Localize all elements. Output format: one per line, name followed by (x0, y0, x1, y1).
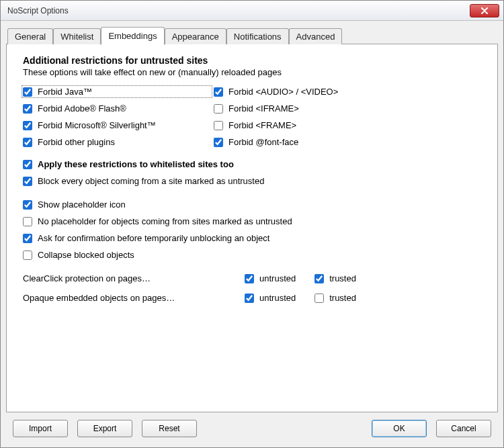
chk-forbid-silverlight-label: Forbid Microsoft® Silverlight™ (38, 120, 156, 130)
chk-opaque-trusted-input[interactable] (314, 294, 324, 303)
chk-forbid-java[interactable]: Forbid Java™ (23, 87, 211, 97)
chk-forbid-other-plugins[interactable]: Forbid other plugins (23, 137, 211, 147)
chk-show-placeholder-input[interactable] (23, 200, 32, 210)
chk-forbid-font-face-label: Forbid @font-face (228, 137, 298, 147)
tab-appearance[interactable]: Appearance (165, 28, 226, 44)
chk-opaque-untrusted-label: untrusted (259, 293, 296, 303)
window-title: NoScript Options (7, 6, 470, 15)
chk-opaque-untrusted-input[interactable] (245, 294, 254, 303)
chk-forbid-frame-label: Forbid <FRAME> (228, 120, 296, 130)
export-button-label: Export (93, 424, 117, 433)
chk-opaque-untrusted[interactable]: untrusted (245, 293, 296, 303)
chk-block-untrusted-input[interactable] (23, 177, 32, 186)
chk-show-placeholder[interactable]: Show placeholder icon (23, 199, 481, 210)
opaque-label: Opaque embedded objects on pages… (23, 293, 224, 303)
tab-general[interactable]: General (7, 28, 53, 44)
chk-apply-whitelisted[interactable]: Apply these restrictions to whitelisted … (23, 159, 481, 169)
options-window: NoScript Options General Whitelist Embed… (0, 0, 504, 448)
chk-collapse-blocked[interactable]: Collapse blocked objects (23, 250, 481, 260)
section-heading: Additional restrictions for untrusted si… (23, 55, 481, 66)
chk-forbid-audio-video[interactable]: Forbid <AUDIO> / <VIDEO> (214, 87, 481, 97)
footer: Import Export Reset OK Cancel (6, 412, 498, 445)
tab-bar: General Whitelist Embeddings Appearance … (6, 26, 498, 44)
tab-whitelist[interactable]: Whitelist (53, 28, 101, 44)
chk-collapse-blocked-input[interactable] (23, 251, 32, 260)
forbid-grid: Forbid Java™ Forbid <AUDIO> / <VIDEO> Fo… (23, 87, 481, 147)
import-button-label: Import (29, 424, 52, 433)
extra-options-stack: Apply these restrictions to whitelisted … (23, 159, 481, 186)
chk-opaque-trusted-label: trusted (329, 293, 356, 303)
chk-forbid-frame-input[interactable] (214, 121, 223, 130)
clearclick-opts: untrusted trusted (245, 273, 356, 283)
chk-block-untrusted-label: Block every object coming from a site ma… (38, 176, 264, 186)
chk-forbid-flash-input[interactable] (23, 104, 32, 114)
chk-collapse-blocked-label: Collapse blocked objects (38, 250, 134, 260)
opaque-row: Opaque embedded objects on pages… untrus… (23, 293, 481, 303)
opaque-opts: untrusted trusted (245, 293, 356, 303)
chk-forbid-font-face[interactable]: Forbid @font-face (214, 137, 481, 147)
section-subheading: These options will take effect on new or… (23, 67, 481, 77)
ok-button[interactable]: OK (372, 420, 427, 437)
chk-clearclick-untrusted-input[interactable] (245, 274, 254, 283)
chk-forbid-java-input[interactable] (23, 87, 32, 97)
chk-opaque-trusted[interactable]: trusted (314, 293, 356, 303)
chk-forbid-iframe[interactable]: Forbid <IFRAME> (214, 103, 481, 114)
export-button[interactable]: Export (77, 420, 132, 437)
chk-forbid-other-plugins-input[interactable] (23, 138, 32, 147)
chk-apply-whitelisted-input[interactable] (23, 160, 32, 169)
chk-forbid-java-label: Forbid Java™ (38, 87, 92, 97)
chk-forbid-other-plugins-label: Forbid other plugins (38, 137, 115, 147)
chk-forbid-iframe-input[interactable] (214, 104, 223, 114)
placeholder-stack: Show placeholder icon No placeholder for… (23, 199, 481, 260)
chk-forbid-audio-video-input[interactable] (214, 87, 223, 97)
clearclick-row: ClearClick protection on pages… untruste… (23, 273, 481, 283)
chk-clearclick-trusted-label: trusted (329, 273, 356, 283)
close-button[interactable] (470, 4, 499, 17)
chk-clearclick-untrusted-label: untrusted (259, 273, 296, 283)
cancel-button-label: Cancel (451, 424, 476, 433)
chk-forbid-font-face-input[interactable] (214, 138, 223, 147)
ok-button-label: OK (393, 424, 405, 433)
titlebar: NoScript Options (1, 1, 503, 21)
chk-forbid-flash[interactable]: Forbid Adobe® Flash® (23, 103, 211, 114)
chk-ask-confirmation-input[interactable] (23, 234, 32, 243)
chk-apply-whitelisted-label: Apply these restrictions to whitelisted … (38, 159, 234, 169)
chk-clearclick-untrusted[interactable]: untrusted (245, 273, 296, 283)
chk-ask-confirmation-label: Ask for confirmation before temporarily … (38, 233, 269, 243)
chk-forbid-silverlight-input[interactable] (23, 121, 32, 130)
chk-no-placeholder-untrusted-label: No placeholder for objects coming from s… (38, 216, 292, 226)
chk-forbid-iframe-label: Forbid <IFRAME> (228, 103, 299, 114)
tab-advanced[interactable]: Advanced (289, 28, 343, 44)
chk-show-placeholder-label: Show placeholder icon (38, 199, 126, 210)
chk-forbid-silverlight[interactable]: Forbid Microsoft® Silverlight™ (23, 120, 211, 130)
chk-block-untrusted[interactable]: Block every object coming from a site ma… (23, 176, 481, 186)
embeddings-panel: Additional restrictions for untrusted si… (6, 44, 498, 412)
tab-notifications[interactable]: Notifications (226, 28, 289, 44)
content-area: General Whitelist Embeddings Appearance … (1, 21, 503, 447)
reset-button-label: Reset (159, 424, 179, 433)
clearclick-label: ClearClick protection on pages… (23, 273, 224, 283)
chk-no-placeholder-untrusted[interactable]: No placeholder for objects coming from s… (23, 216, 481, 226)
chk-no-placeholder-untrusted-input[interactable] (23, 217, 32, 226)
chk-forbid-audio-video-label: Forbid <AUDIO> / <VIDEO> (228, 87, 338, 97)
cancel-button[interactable]: Cancel (436, 420, 491, 437)
chk-clearclick-trusted-input[interactable] (314, 274, 324, 283)
chk-clearclick-trusted[interactable]: trusted (314, 273, 356, 283)
close-icon (480, 7, 489, 14)
chk-forbid-frame[interactable]: Forbid <FRAME> (214, 120, 481, 130)
chk-forbid-flash-label: Forbid Adobe® Flash® (38, 103, 126, 114)
import-button[interactable]: Import (13, 420, 68, 437)
chk-ask-confirmation[interactable]: Ask for confirmation before temporarily … (23, 233, 481, 243)
tab-embeddings[interactable]: Embeddings (101, 27, 164, 45)
reset-button[interactable]: Reset (142, 420, 197, 437)
